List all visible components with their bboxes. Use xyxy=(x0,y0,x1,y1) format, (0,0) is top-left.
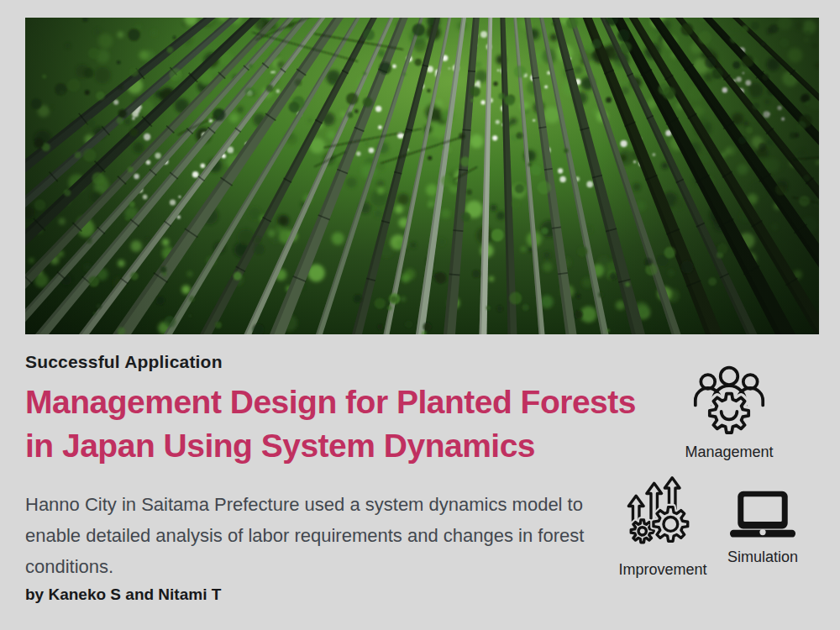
feature-label-management: Management xyxy=(685,444,773,461)
feature-label-improvement: Improvement xyxy=(618,561,706,579)
feature-label-simulation: Simulation xyxy=(727,549,798,566)
team-gear-icon xyxy=(691,363,767,435)
body-text: Hanno City in Saitama Prefecture used a … xyxy=(25,489,672,582)
laptop-icon xyxy=(730,491,795,543)
growth-arrows-gears-icon xyxy=(627,475,699,548)
feature-management: Management xyxy=(685,363,773,461)
feature-improvement: Improvement xyxy=(617,475,709,579)
bamboo-forest-photo xyxy=(25,18,819,334)
feature-simulation: Simulation xyxy=(718,491,807,566)
eyebrow-text: Successful Application xyxy=(25,352,223,372)
page-title: Management Design for Planted Forests in… xyxy=(25,381,714,468)
slide: Successful Application Management Design… xyxy=(0,0,840,630)
byline: by Kaneko S and Nitami T xyxy=(25,585,221,604)
